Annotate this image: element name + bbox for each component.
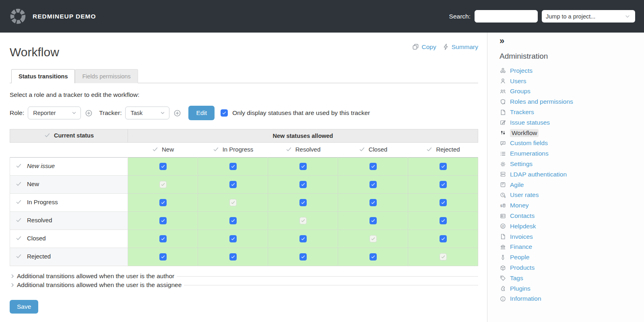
role-label: Role:: [10, 109, 24, 117]
transition-checkbox[interactable]: [299, 235, 307, 242]
sidebar-link-issue-statuses[interactable]: Issue statuses: [510, 119, 550, 126]
transition-checkbox[interactable]: [159, 217, 167, 224]
brand-title: REDMINEUP DEMO: [33, 13, 96, 20]
sidebar-link-tags[interactable]: Tags: [510, 275, 523, 282]
column-header-rejected: Rejected: [408, 143, 478, 158]
tags-icon: [500, 275, 506, 281]
sidebar-link-projects[interactable]: Projects: [510, 67, 533, 74]
sidebar-link-enumerations[interactable]: Enumerations: [510, 150, 549, 157]
sidebar-link-agile[interactable]: Agile: [510, 181, 524, 189]
finance-icon: [500, 244, 506, 250]
transition-checkbox[interactable]: [299, 199, 307, 206]
sidebar-link-contacts[interactable]: Contacts: [510, 212, 535, 219]
sidebar-link-workflow[interactable]: Workflow: [510, 129, 539, 137]
only-display-checkbox[interactable]: [221, 109, 228, 117]
additional-transitions-label: Additional transitions allowed when the …: [17, 273, 174, 280]
copy-link[interactable]: Copy: [412, 43, 436, 51]
sidebar-item-people: People: [500, 252, 640, 263]
transition-checkbox[interactable]: [369, 163, 377, 170]
sidebar-link-helpdesk[interactable]: Helpdesk: [510, 223, 536, 230]
sidebar-link-invoices[interactable]: Invoices: [510, 233, 533, 240]
sidebar-link-users[interactable]: Users: [510, 78, 526, 85]
sidebar-item-workflow: Workflow: [500, 128, 640, 138]
sidebar-link-custom-fields[interactable]: Custom fields: [510, 139, 548, 147]
transition-checkbox[interactable]: [159, 163, 167, 170]
save-button[interactable]: Save: [10, 300, 38, 314]
transition-checkbox[interactable]: [159, 253, 167, 260]
transition-checkbox[interactable]: [229, 181, 237, 188]
workflow-table: Current status New statuses allowed NewI…: [10, 129, 478, 266]
project-select[interactable]: Jump to a project...: [542, 10, 635, 23]
transition-checkbox[interactable]: [229, 253, 237, 260]
sidebar-link-trackers[interactable]: Trackers: [510, 109, 534, 116]
search-input[interactable]: [475, 10, 538, 23]
transition-checkbox[interactable]: [440, 199, 447, 206]
tab-status-transitions[interactable]: Status transitions: [11, 69, 75, 83]
sidebar-item-invoices: Invoices: [500, 232, 640, 242]
transition-checkbox[interactable]: [229, 235, 237, 242]
transition-checkbox[interactable]: [229, 217, 237, 224]
products-icon: [500, 265, 506, 271]
sidebar-item-settings: Settings: [500, 159, 640, 169]
sidebar-link-ldap[interactable]: LDAP authentication: [510, 171, 567, 178]
transition-checkbox[interactable]: [369, 199, 377, 206]
additional-transitions-toggle[interactable]: Additional transitions allowed when the …: [10, 281, 478, 289]
status-cell: Resolved: [10, 212, 128, 230]
sidebar-item-information: Information: [500, 294, 640, 304]
transition-checkbox[interactable]: [369, 217, 377, 224]
check-icon: [15, 217, 22, 224]
tab-fields-permissions[interactable]: Fields permissions: [75, 69, 138, 83]
transition-checkbox[interactable]: [369, 253, 377, 260]
tracker-select[interactable]: Task: [125, 107, 169, 119]
transition-cell: [128, 176, 198, 194]
check-icon: [371, 182, 376, 187]
sidebar-link-people[interactable]: People: [510, 254, 529, 261]
transition-checkbox: [159, 181, 167, 188]
add-tracker-button[interactable]: [173, 109, 182, 117]
sidebar-link-groups[interactable]: Groups: [510, 88, 530, 95]
sidebar-link-money[interactable]: Money: [510, 202, 529, 209]
transition-checkbox[interactable]: [159, 235, 167, 242]
sidebar-link-roles[interactable]: Roles and permissions: [510, 98, 573, 105]
transition-cell: [268, 212, 338, 230]
transition-checkbox[interactable]: [299, 253, 307, 260]
workflow-icon: [500, 129, 506, 136]
check-icon: [441, 200, 446, 205]
transition-cell: [198, 176, 268, 194]
summary-link[interactable]: Summary: [442, 43, 478, 51]
sidebar-collapse-icon[interactable]: »: [500, 37, 509, 45]
sidebar-link-finance[interactable]: Finance: [510, 243, 532, 250]
transition-checkbox[interactable]: [440, 163, 447, 170]
custom-fields-icon: [500, 140, 506, 147]
check-icon: [371, 218, 376, 223]
transition-checkbox[interactable]: [440, 181, 447, 188]
sidebar-item-ldap: LDAP authentication: [500, 169, 640, 180]
sidebar-link-plugins[interactable]: Plugins: [510, 285, 530, 292]
transition-checkbox[interactable]: [159, 199, 167, 206]
information-icon: [500, 295, 506, 302]
check-icon: [301, 182, 305, 187]
table-row: Closed: [10, 230, 478, 248]
additional-transitions-toggle[interactable]: Additional transitions allowed when the …: [10, 272, 478, 281]
invoices-icon: [500, 233, 506, 240]
table-row: New: [10, 176, 478, 194]
transition-checkbox[interactable]: [440, 235, 447, 242]
add-role-button[interactable]: [85, 109, 93, 117]
sidebar-link-user-rates[interactable]: User rates: [510, 191, 539, 199]
transition-checkbox[interactable]: [299, 181, 307, 188]
edit-button[interactable]: Edit: [188, 106, 215, 120]
role-tracker-form: Role: Reporter Tracker: Task Edit Only d…: [10, 106, 478, 120]
role-select[interactable]: Reporter: [28, 107, 81, 119]
sidebar-link-settings[interactable]: Settings: [510, 160, 533, 168]
transition-cell: [268, 158, 338, 176]
collapsible-sections: Additional transitions allowed when the …: [10, 272, 478, 289]
transition-checkbox[interactable]: [369, 181, 377, 188]
contextual-actions: Copy Summary: [412, 43, 478, 51]
check-icon: [231, 200, 235, 205]
sidebar-link-information[interactable]: Information: [510, 295, 541, 302]
transition-checkbox[interactable]: [229, 163, 237, 170]
transition-checkbox[interactable]: [299, 163, 307, 170]
transition-cell: [128, 248, 198, 266]
sidebar-link-products[interactable]: Products: [510, 264, 535, 271]
transition-checkbox[interactable]: [440, 217, 447, 224]
